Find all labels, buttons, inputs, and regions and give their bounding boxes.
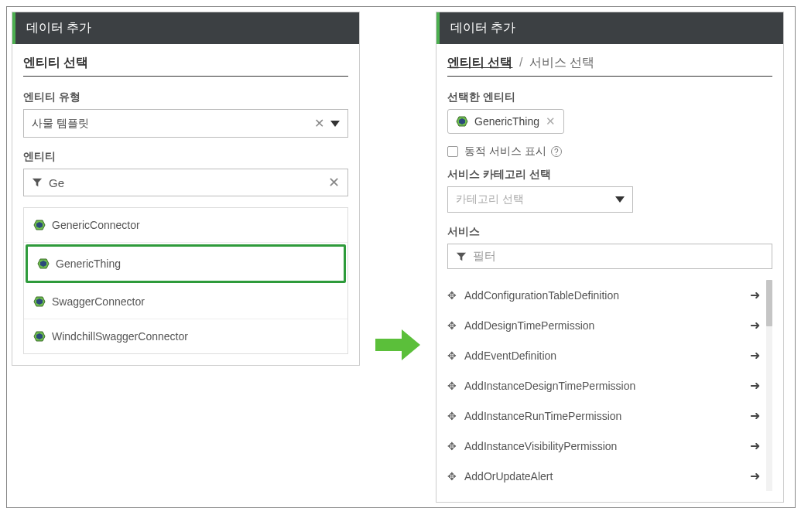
chevron-down-icon: [330, 121, 340, 127]
drag-icon[interactable]: ✥: [447, 319, 457, 332]
entity-icon: [33, 295, 46, 308]
entity-icon: [33, 330, 46, 343]
select-placeholder: 카테고리 선택: [456, 193, 615, 206]
clear-icon[interactable]: ✕: [328, 174, 340, 191]
entity-item-label: GenericThing: [56, 257, 121, 270]
entity-type-select[interactable]: 사물 템플릿 ✕: [23, 109, 348, 138]
entity-filter-input[interactable]: Ge ✕: [23, 169, 348, 196]
panel-header: 데이터 추가: [436, 12, 783, 44]
entity-item-label: GenericConnector: [52, 219, 140, 231]
entity-type-value: 사물 템플릿: [32, 117, 314, 131]
scrollbar[interactable]: [766, 280, 772, 491]
drag-icon[interactable]: ✥: [447, 380, 457, 392]
panel-title: 데이터 추가: [26, 21, 91, 34]
entity-item-windchillswaggerconnector[interactable]: WindchillSwaggerConnector: [24, 319, 347, 353]
add-data-panel-right: 데이터 추가 엔티티 선택 / 서비스 선택 선택한 엔티티 GenericTh…: [436, 12, 784, 503]
arrow-right-icon[interactable]: ➜: [750, 348, 760, 363]
service-item[interactable]: ✥ AddConfigurationTableDefinition ➜: [447, 280, 763, 310]
service-name: AddInstanceDesignTimePermission: [464, 380, 750, 392]
service-name: AddOrUpdateAlert: [464, 470, 750, 483]
service-item[interactable]: ✥ AddOrUpdateAlert ➜: [447, 461, 763, 491]
breadcrumb-separator: /: [519, 56, 522, 69]
service-name: AddDesignTimePermission: [464, 319, 750, 332]
entity-item-label: WindchillSwaggerConnector: [52, 330, 188, 343]
entity-item-swaggerconnector[interactable]: SwaggerConnector: [24, 285, 347, 319]
entity-icon: [456, 115, 468, 128]
arrow-right-icon[interactable]: ➜: [750, 469, 760, 483]
service-name: AddInstanceRunTimePermission: [464, 410, 750, 422]
entity-label: 엔티티: [23, 150, 348, 164]
service-name: AddEventDefinition: [464, 350, 750, 362]
service-item[interactable]: ✥ AddEventDefinition ➜: [447, 340, 763, 370]
checkbox-icon: [447, 146, 458, 157]
service-item[interactable]: ✥ AddInstanceVisibilityPermission ➜: [447, 431, 763, 461]
chevron-down-icon: [615, 196, 625, 203]
service-item[interactable]: ✥ AddInstanceRunTimePermission ➜: [447, 401, 763, 431]
entity-icon: [37, 257, 50, 270]
filter-icon: [32, 177, 43, 188]
breadcrumb-link-entity[interactable]: 엔티티 선택: [447, 56, 512, 69]
add-data-panel-left: 데이터 추가 엔티티 선택 엔티티 유형 사물 템플릿 ✕ 엔티티 Ge ✕: [12, 12, 360, 366]
section-title: 엔티티 선택: [23, 55, 348, 77]
dynamic-services-checkbox[interactable]: 동적 서비스 표시 ?: [447, 145, 772, 159]
arrow-right-icon[interactable]: ➜: [750, 438, 760, 453]
arrow-right-icon[interactable]: ➜: [750, 288, 760, 302]
help-icon[interactable]: ?: [551, 146, 562, 157]
service-item[interactable]: ✥ AddInstanceDesignTimePermission ➜: [447, 370, 763, 401]
selected-entity-label: 선택한 엔티티: [447, 90, 772, 104]
entity-item-label: SwaggerConnector: [52, 295, 145, 308]
service-category-label: 서비스 카테고리 선택: [447, 168, 772, 182]
checkbox-label: 동적 서비스 표시: [464, 145, 546, 159]
entity-item-genericconnector[interactable]: GenericConnector: [24, 208, 347, 243]
clear-icon[interactable]: ✕: [314, 116, 324, 131]
drag-icon[interactable]: ✥: [447, 350, 457, 362]
drag-icon[interactable]: ✥: [447, 440, 457, 452]
arrow-right-icon[interactable]: ➜: [750, 318, 760, 332]
service-name: AddConfigurationTableDefinition: [464, 289, 750, 302]
breadcrumb-current: 서비스 선택: [529, 56, 594, 69]
filter-icon: [456, 251, 467, 262]
service-item[interactable]: ✥ AddDesignTimePermission ➜: [447, 310, 763, 340]
scroll-thumb[interactable]: [766, 280, 772, 326]
entity-type-label: 엔티티 유형: [23, 90, 348, 104]
drag-icon[interactable]: ✥: [447, 410, 457, 422]
services-filter-input[interactable]: 필터: [447, 244, 772, 269]
entity-dropdown: GenericConnector GenericThing SwaggerCon…: [23, 207, 348, 354]
service-list: ✥ AddConfigurationTableDefinition ➜ ✥ Ad…: [447, 280, 763, 491]
panel-title: 데이터 추가: [450, 21, 515, 34]
selected-entity-chip: GenericThing ✕: [447, 109, 564, 134]
services-label: 서비스: [447, 225, 772, 239]
service-name: AddInstanceVisibilityPermission: [464, 440, 750, 452]
entity-item-genericthing[interactable]: GenericThing: [26, 244, 346, 283]
filter-value: Ge: [49, 176, 328, 189]
drag-icon[interactable]: ✥: [447, 289, 457, 302]
chip-label: GenericThing: [474, 115, 539, 128]
arrow-right-icon[interactable]: ➜: [750, 408, 760, 423]
breadcrumb: 엔티티 선택 / 서비스 선택: [447, 55, 772, 77]
entity-icon: [33, 219, 46, 231]
arrow-right-icon: [375, 328, 420, 365]
filter-placeholder: 필터: [473, 249, 764, 264]
close-icon[interactable]: ✕: [546, 114, 556, 128]
arrow-right-icon[interactable]: ➜: [750, 378, 760, 393]
drag-icon[interactable]: ✥: [447, 470, 457, 483]
panel-header: 데이터 추가: [12, 12, 359, 44]
service-category-select[interactable]: 카테고리 선택: [447, 186, 633, 213]
